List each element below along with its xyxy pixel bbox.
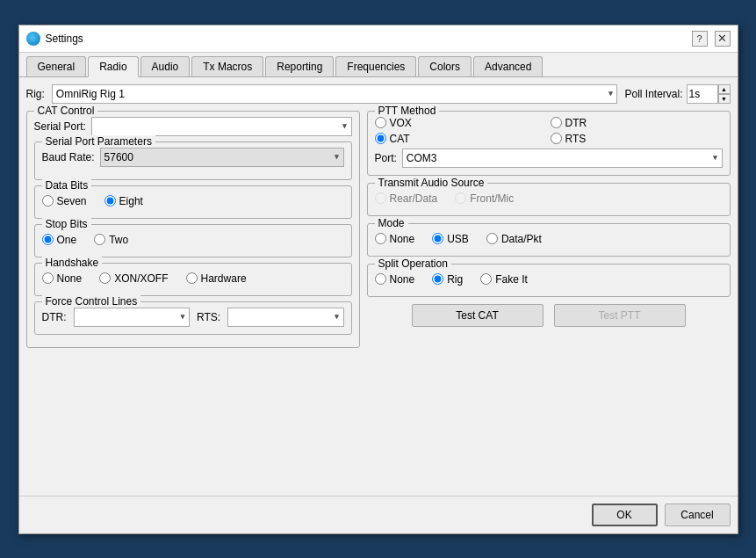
left-panel: CAT Control Serial Port: ▼ Seria bbox=[26, 111, 360, 489]
split-operation-group: Split Operation None Rig Fake It bbox=[367, 264, 731, 297]
split-fake-it-label: Fake It bbox=[495, 273, 528, 286]
stop-bits-one-label: One bbox=[57, 234, 77, 246]
stop-bits-one-radio[interactable] bbox=[42, 234, 54, 245]
data-bits-seven-radio[interactable] bbox=[42, 195, 54, 207]
rts-wrapper: ▼ bbox=[227, 308, 343, 327]
tab-general[interactable]: General bbox=[26, 56, 87, 76]
dtr-select[interactable] bbox=[74, 308, 190, 327]
ptt-vox[interactable]: VOX bbox=[375, 117, 547, 129]
rig-label: Rig: bbox=[26, 88, 45, 100]
force-control-lines-group: Force Control Lines DTR: ▼ RTS: bbox=[34, 301, 352, 335]
transmit-audio-radio-group: Rear/Data Front/Mic bbox=[375, 189, 723, 208]
mode-data-pkt[interactable]: Data/Pkt bbox=[486, 233, 542, 245]
mode-none-label: None bbox=[390, 233, 415, 245]
transmit-audio-title: Transmit Audio Source bbox=[375, 177, 488, 189]
mode-usb[interactable]: USB bbox=[432, 233, 469, 245]
mode-none-radio[interactable] bbox=[375, 233, 386, 244]
handshake-group: Handshake None XON/XOFF bbox=[34, 263, 352, 296]
ptt-port-select[interactable]: COM3 bbox=[402, 149, 723, 168]
ptt-rts[interactable]: RTS bbox=[551, 133, 723, 145]
serial-port-select[interactable] bbox=[91, 117, 352, 136]
transmit-front-mic[interactable]: Front/Mic bbox=[455, 192, 514, 205]
title-bar-right: ? ✕ bbox=[692, 31, 731, 47]
split-none[interactable]: None bbox=[375, 273, 415, 286]
mode-data-pkt-radio[interactable] bbox=[486, 233, 498, 244]
test-cat-button[interactable]: Test CAT bbox=[412, 304, 544, 327]
spin-down[interactable]: ▼ bbox=[718, 94, 731, 104]
force-control-lines-title: Force Control Lines bbox=[42, 295, 141, 308]
stop-bits-one[interactable]: One bbox=[42, 234, 77, 246]
handshake-hardware-label: Hardware bbox=[201, 272, 247, 285]
data-bits-radio-group: Seven Eight bbox=[42, 192, 344, 211]
stop-bits-two-radio[interactable] bbox=[94, 234, 105, 245]
mode-usb-radio[interactable] bbox=[432, 233, 443, 244]
tab-colors[interactable]: Colors bbox=[418, 56, 472, 76]
title-bar: Settings ? ✕ bbox=[19, 25, 738, 53]
help-button[interactable]: ? bbox=[692, 31, 708, 47]
app-icon bbox=[26, 32, 40, 46]
cat-control-group: CAT Control Serial Port: ▼ Seria bbox=[26, 111, 360, 348]
mode-title: Mode bbox=[375, 217, 408, 229]
ptt-method-title: PTT Method bbox=[375, 105, 440, 117]
split-fake-it-radio[interactable] bbox=[480, 273, 492, 285]
main-panels: CAT Control Serial Port: ▼ Seria bbox=[26, 111, 731, 489]
tab-frequencies[interactable]: Frequencies bbox=[335, 56, 416, 76]
tab-audio[interactable]: Audio bbox=[140, 56, 191, 76]
handshake-xon[interactable]: XON/XOFF bbox=[99, 272, 168, 285]
right-panel: PTT Method VOX DTR CAT bbox=[367, 111, 731, 489]
tab-radio[interactable]: Radio bbox=[88, 56, 138, 77]
tab-tx-macros[interactable]: Tx Macros bbox=[191, 56, 263, 76]
rig-row: Rig: OmniRig Rig 1 ▼ Poll Interval: ▲ ▼ bbox=[26, 84, 731, 104]
serial-port-params-title: Serial Port Parameters bbox=[42, 135, 155, 148]
handshake-none[interactable]: None bbox=[42, 272, 83, 285]
mode-none[interactable]: None bbox=[375, 233, 415, 245]
serial-port-wrapper: ▼ bbox=[91, 117, 352, 136]
ptt-dtr[interactable]: DTR bbox=[551, 117, 723, 129]
data-bits-seven[interactable]: Seven bbox=[42, 195, 87, 207]
split-none-radio[interactable] bbox=[375, 273, 386, 285]
stop-bits-group: Stop Bits One Two bbox=[34, 224, 352, 257]
rts-select[interactable] bbox=[227, 308, 343, 327]
split-rig-label: Rig bbox=[447, 273, 463, 286]
data-bits-eight[interactable]: Eight bbox=[104, 195, 143, 207]
mode-group: Mode None USB Data/Pkt bbox=[367, 223, 731, 257]
mode-radio-group: None USB Data/Pkt bbox=[375, 229, 723, 249]
handshake-hardware-radio[interactable] bbox=[186, 272, 198, 284]
split-fake-it[interactable]: Fake It bbox=[480, 273, 528, 286]
split-rig[interactable]: Rig bbox=[432, 273, 463, 286]
serial-port-row: Serial Port: ▼ bbox=[34, 117, 352, 136]
baud-rate-select[interactable]: 57600 bbox=[100, 148, 344, 167]
transmit-rear-radio[interactable] bbox=[375, 192, 386, 204]
ptt-cat[interactable]: CAT bbox=[375, 133, 547, 145]
split-rig-radio[interactable] bbox=[432, 273, 443, 285]
ptt-rts-radio[interactable] bbox=[551, 133, 562, 144]
transmit-front-radio[interactable] bbox=[455, 192, 466, 204]
handshake-hardware[interactable]: Hardware bbox=[186, 272, 247, 285]
data-bits-eight-label: Eight bbox=[119, 195, 143, 207]
cat-control-title: CAT Control bbox=[34, 105, 98, 117]
spin-up[interactable]: ▲ bbox=[718, 84, 731, 94]
dtr-label: DTR: bbox=[42, 311, 67, 323]
cancel-button[interactable]: Cancel bbox=[665, 504, 731, 526]
rig-select[interactable]: OmniRig Rig 1 bbox=[52, 84, 618, 104]
spin-wrapper: ▲ ▼ bbox=[718, 84, 731, 104]
ptt-cat-radio[interactable] bbox=[375, 133, 386, 144]
tab-reporting[interactable]: Reporting bbox=[265, 56, 334, 76]
ptt-dtr-radio[interactable] bbox=[551, 117, 562, 128]
handshake-xon-radio[interactable] bbox=[99, 272, 111, 284]
ptt-vox-radio[interactable] bbox=[375, 117, 386, 128]
ptt-method-group: PTT Method VOX DTR CAT bbox=[367, 111, 731, 176]
ok-button[interactable]: OK bbox=[592, 504, 658, 526]
close-button[interactable]: ✕ bbox=[715, 31, 731, 47]
tab-advanced[interactable]: Advanced bbox=[473, 56, 543, 76]
tab-content: Rig: OmniRig Rig 1 ▼ Poll Interval: ▲ ▼ bbox=[19, 77, 738, 496]
poll-interval-label: Poll Interval: bbox=[624, 88, 682, 100]
transmit-rear-data[interactable]: Rear/Data bbox=[375, 192, 438, 205]
stop-bits-two[interactable]: Two bbox=[94, 234, 128, 246]
data-bits-eight-radio[interactable] bbox=[104, 195, 116, 207]
handshake-none-radio[interactable] bbox=[42, 272, 54, 284]
poll-interval-input[interactable] bbox=[687, 84, 718, 104]
transmit-rear-label: Rear/Data bbox=[390, 192, 438, 205]
split-radio-group: None Rig Fake It bbox=[375, 270, 723, 289]
test-ptt-button[interactable]: Test PTT bbox=[554, 304, 686, 327]
